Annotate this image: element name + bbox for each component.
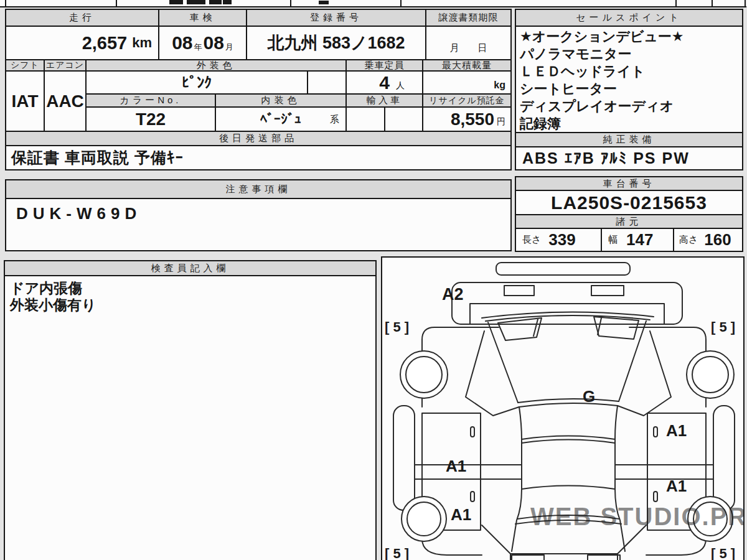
inspection-month-unit: 月 — [225, 42, 233, 53]
windshield-edge-right — [619, 321, 646, 401]
capacity-unit: 人 — [396, 80, 405, 91]
spec-height-cell: 高さ 160 — [673, 228, 743, 252]
genuine-equipment-cell: ABS ｴｱB ｱﾙﾐ PS PW — [515, 146, 743, 170]
later-parts-value: 保証書 車両取説 予備ｷｰ — [11, 147, 184, 168]
wheel-front-left — [400, 351, 448, 398]
headlight-left — [504, 286, 534, 296]
max-load-value-cell: kg — [422, 70, 512, 95]
side-sill-left — [393, 406, 415, 510]
side-sill-right — [713, 406, 735, 510]
interior-color-suffix: 系 — [330, 114, 339, 126]
tire-mark: [ 5 ] — [385, 546, 409, 560]
transfer-deadline-header: 譲渡書類期限 — [425, 9, 512, 27]
notes-value: DUK-W69D — [16, 204, 141, 223]
wheel-front-right — [687, 351, 734, 398]
specs-header: 諸元 — [515, 214, 743, 229]
inspection-year-unit: 年 — [194, 42, 202, 53]
exterior-color-value: ﾋﾟﾝｸ — [182, 74, 212, 91]
spec-width-value: 147 — [626, 230, 653, 250]
tire-mark: [ 5 ] — [385, 319, 409, 335]
recycle-deposit-value-cell: 8,550 円 — [422, 106, 512, 132]
sales-point-line: ＬＥＤヘッドライト — [520, 63, 742, 80]
windshield-bottom — [518, 399, 619, 403]
inspection-value-cell: 08 年 08 月 — [158, 26, 247, 60]
wheel-rear-left — [402, 497, 446, 541]
inspection-header: 車検 — [158, 9, 247, 27]
inspection-month: 08 — [204, 32, 224, 54]
diagram-watermark: WEB STUDIO.PRO — [530, 503, 743, 530]
sales-point-line: ディスプレイオーディオ — [520, 98, 742, 115]
mileage-value-cell: 2,657 km — [5, 26, 159, 60]
inspector-notes-header: 検査員記入欄 — [4, 260, 377, 276]
interior-color-value-cell: ﾍﾞｰｼﾞｭ 系 — [215, 106, 347, 132]
notes-header: 注意事項欄 — [5, 179, 512, 199]
notes-box: DUK-W69D — [5, 198, 512, 251]
inspector-note-line: 外装小傷有り — [10, 297, 375, 314]
interior-color-header: 内装色 — [215, 93, 347, 108]
exterior-color-sub-cell — [307, 70, 347, 95]
damage-mark-a1: A1 — [451, 505, 471, 524]
sales-points-box: ★オークションデビュー★ パノラマモニター ＬＥＤヘッドライト シートヒーター … — [515, 26, 743, 133]
cutoff-divider — [675, 0, 677, 6]
a-pillar-left — [466, 331, 519, 416]
aircon-value-cell: AAC — [44, 70, 87, 132]
import-car-cell-2 — [384, 106, 423, 132]
exterior-color-header: 外装色 — [85, 59, 347, 72]
shift-header: シフト — [5, 59, 45, 72]
color-no-header: カラーNo. — [85, 93, 216, 108]
aircon-header: エアコン — [44, 59, 87, 72]
spec-length-label: 長さ — [522, 234, 541, 246]
spec-width-label: 幅 — [608, 234, 618, 246]
sales-point-line: ★オークションデビュー★ — [520, 28, 742, 45]
car-diagram: WEB STUDIO.PRO A2 G A1 A1 A1 A1 [ 5 ] [ … — [382, 258, 743, 560]
recycle-deposit-unit: 円 — [497, 116, 505, 128]
mileage-unit: km — [132, 35, 152, 51]
cutoff-divider — [712, 0, 713, 6]
transfer-deadline-cell: 月 日 — [425, 26, 512, 60]
capacity-value: 4 — [379, 72, 390, 93]
door-handle — [654, 492, 657, 502]
registration-value-cell: 北九州 583ノ1682 — [246, 26, 426, 60]
inspector-notes-box: ドア内張傷 外装小傷有り — [4, 275, 377, 560]
rear-quarter-left — [482, 525, 510, 554]
aircon-value: AAC — [46, 91, 84, 111]
exterior-color-value-cell: ﾋﾟﾝｸ — [85, 70, 308, 95]
roof-front — [519, 403, 618, 407]
chassis-number-value: LA250S-0215653 — [551, 192, 707, 213]
import-car-header: 輸入車 — [345, 93, 423, 108]
tire-mark: [ 5 ] — [711, 319, 735, 335]
rear-seat-line — [522, 486, 615, 490]
wiper-arc — [486, 315, 650, 321]
inspector-note-line: ドア内張傷 — [10, 280, 375, 297]
inspection-year: 08 — [172, 32, 192, 54]
max-load-header: 最大積載量 — [422, 59, 512, 72]
spec-length-value: 339 — [548, 230, 575, 250]
cutoff-divider — [400, 0, 402, 6]
damage-mark-a1: A1 — [666, 477, 687, 495]
cutoff-text-remnant — [209, 0, 222, 4]
front-bumper — [496, 263, 630, 275]
damage-mark-a1: A1 — [446, 457, 466, 475]
recycle-deposit-header: リサイクル預託金 — [422, 93, 512, 108]
seat-line — [522, 436, 615, 440]
cowl-panel — [470, 304, 664, 324]
max-load-unit: kg — [494, 80, 505, 91]
taillight-right — [588, 555, 620, 560]
spec-height-value: 160 — [704, 230, 731, 250]
door-handle — [471, 492, 474, 502]
cutoff-text-remnant — [187, 0, 205, 4]
interior-color-value: ﾍﾞｰｼﾞｭ — [260, 111, 301, 128]
spec-height-label: 高さ — [679, 234, 698, 246]
color-no-value-cell: T22 — [85, 106, 216, 132]
damage-mark-a2: A2 — [442, 285, 464, 304]
later-parts-header: 後日発送部品 — [5, 131, 512, 146]
color-no-value: T22 — [136, 110, 166, 129]
taillight-left — [512, 555, 544, 560]
mileage-header: 走行 — [5, 9, 159, 27]
cutoff-divider — [745, 0, 746, 6]
cutoff-row — [0, 0, 746, 7]
a-pillar-right — [618, 331, 671, 416]
damage-mark-g: G — [583, 387, 595, 406]
shift-value: IAT — [11, 91, 38, 111]
cutoff-text-remnant — [169, 0, 183, 4]
